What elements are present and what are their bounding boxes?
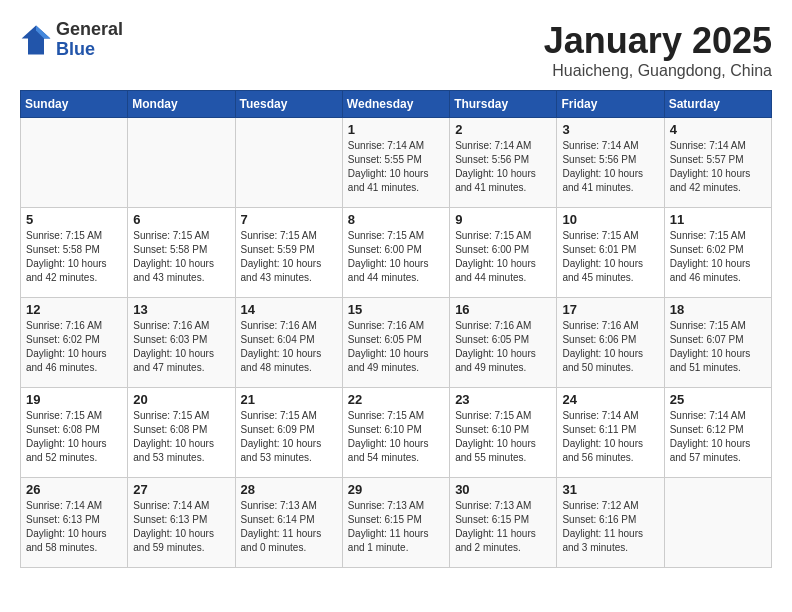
calendar-cell: 26Sunrise: 7:14 AMSunset: 6:13 PMDayligh… — [21, 478, 128, 568]
day-number: 29 — [348, 482, 444, 497]
day-number: 8 — [348, 212, 444, 227]
day-info: Sunrise: 7:15 AMSunset: 6:02 PMDaylight:… — [670, 229, 766, 285]
calendar-cell: 6Sunrise: 7:15 AMSunset: 5:58 PMDaylight… — [128, 208, 235, 298]
day-info: Sunrise: 7:13 AMSunset: 6:14 PMDaylight:… — [241, 499, 337, 555]
day-number: 13 — [133, 302, 229, 317]
calendar-cell: 29Sunrise: 7:13 AMSunset: 6:15 PMDayligh… — [342, 478, 449, 568]
page-header: General Blue January 2025 Huaicheng, Gua… — [20, 20, 772, 80]
weekday-header-friday: Friday — [557, 91, 664, 118]
day-number: 16 — [455, 302, 551, 317]
day-number: 10 — [562, 212, 658, 227]
calendar-cell: 8Sunrise: 7:15 AMSunset: 6:00 PMDaylight… — [342, 208, 449, 298]
day-number: 12 — [26, 302, 122, 317]
calendar-cell: 2Sunrise: 7:14 AMSunset: 5:56 PMDaylight… — [450, 118, 557, 208]
day-number: 28 — [241, 482, 337, 497]
day-info: Sunrise: 7:16 AMSunset: 6:06 PMDaylight:… — [562, 319, 658, 375]
month-title: January 2025 — [544, 20, 772, 62]
weekday-header-row: SundayMondayTuesdayWednesdayThursdayFrid… — [21, 91, 772, 118]
calendar-cell: 14Sunrise: 7:16 AMSunset: 6:04 PMDayligh… — [235, 298, 342, 388]
weekday-header-tuesday: Tuesday — [235, 91, 342, 118]
day-number: 30 — [455, 482, 551, 497]
calendar-cell: 13Sunrise: 7:16 AMSunset: 6:03 PMDayligh… — [128, 298, 235, 388]
day-info: Sunrise: 7:16 AMSunset: 6:05 PMDaylight:… — [455, 319, 551, 375]
day-number: 31 — [562, 482, 658, 497]
day-number: 1 — [348, 122, 444, 137]
day-info: Sunrise: 7:15 AMSunset: 5:58 PMDaylight:… — [133, 229, 229, 285]
calendar-cell: 18Sunrise: 7:15 AMSunset: 6:07 PMDayligh… — [664, 298, 771, 388]
calendar-cell: 1Sunrise: 7:14 AMSunset: 5:55 PMDaylight… — [342, 118, 449, 208]
day-info: Sunrise: 7:15 AMSunset: 6:09 PMDaylight:… — [241, 409, 337, 465]
day-info: Sunrise: 7:15 AMSunset: 5:58 PMDaylight:… — [26, 229, 122, 285]
logo-icon — [20, 24, 52, 56]
day-number: 2 — [455, 122, 551, 137]
calendar-cell — [128, 118, 235, 208]
day-number: 20 — [133, 392, 229, 407]
calendar-cell: 7Sunrise: 7:15 AMSunset: 5:59 PMDaylight… — [235, 208, 342, 298]
day-number: 6 — [133, 212, 229, 227]
day-number: 14 — [241, 302, 337, 317]
day-info: Sunrise: 7:15 AMSunset: 6:08 PMDaylight:… — [26, 409, 122, 465]
day-number: 4 — [670, 122, 766, 137]
day-info: Sunrise: 7:16 AMSunset: 6:02 PMDaylight:… — [26, 319, 122, 375]
calendar-cell — [664, 478, 771, 568]
calendar-cell: 27Sunrise: 7:14 AMSunset: 6:13 PMDayligh… — [128, 478, 235, 568]
day-info: Sunrise: 7:13 AMSunset: 6:15 PMDaylight:… — [455, 499, 551, 555]
weekday-header-monday: Monday — [128, 91, 235, 118]
day-number: 18 — [670, 302, 766, 317]
day-info: Sunrise: 7:16 AMSunset: 6:05 PMDaylight:… — [348, 319, 444, 375]
logo-blue-text: Blue — [56, 40, 123, 60]
calendar-cell: 21Sunrise: 7:15 AMSunset: 6:09 PMDayligh… — [235, 388, 342, 478]
day-number: 7 — [241, 212, 337, 227]
calendar-cell: 20Sunrise: 7:15 AMSunset: 6:08 PMDayligh… — [128, 388, 235, 478]
day-number: 19 — [26, 392, 122, 407]
calendar-cell: 4Sunrise: 7:14 AMSunset: 5:57 PMDaylight… — [664, 118, 771, 208]
logo-text: General Blue — [56, 20, 123, 60]
calendar-cell: 12Sunrise: 7:16 AMSunset: 6:02 PMDayligh… — [21, 298, 128, 388]
day-info: Sunrise: 7:16 AMSunset: 6:04 PMDaylight:… — [241, 319, 337, 375]
day-info: Sunrise: 7:15 AMSunset: 6:00 PMDaylight:… — [455, 229, 551, 285]
day-info: Sunrise: 7:14 AMSunset: 6:11 PMDaylight:… — [562, 409, 658, 465]
calendar-table: SundayMondayTuesdayWednesdayThursdayFrid… — [20, 90, 772, 568]
calendar-body: 1Sunrise: 7:14 AMSunset: 5:55 PMDaylight… — [21, 118, 772, 568]
day-number: 27 — [133, 482, 229, 497]
day-number: 3 — [562, 122, 658, 137]
logo-general-text: General — [56, 20, 123, 40]
day-info: Sunrise: 7:14 AMSunset: 5:57 PMDaylight:… — [670, 139, 766, 195]
calendar-cell: 5Sunrise: 7:15 AMSunset: 5:58 PMDaylight… — [21, 208, 128, 298]
day-number: 5 — [26, 212, 122, 227]
calendar-cell — [235, 118, 342, 208]
calendar-cell: 9Sunrise: 7:15 AMSunset: 6:00 PMDaylight… — [450, 208, 557, 298]
calendar-cell: 16Sunrise: 7:16 AMSunset: 6:05 PMDayligh… — [450, 298, 557, 388]
calendar-cell: 19Sunrise: 7:15 AMSunset: 6:08 PMDayligh… — [21, 388, 128, 478]
calendar-cell: 28Sunrise: 7:13 AMSunset: 6:14 PMDayligh… — [235, 478, 342, 568]
day-number: 25 — [670, 392, 766, 407]
calendar-cell: 3Sunrise: 7:14 AMSunset: 5:56 PMDaylight… — [557, 118, 664, 208]
day-info: Sunrise: 7:15 AMSunset: 6:07 PMDaylight:… — [670, 319, 766, 375]
calendar-cell: 10Sunrise: 7:15 AMSunset: 6:01 PMDayligh… — [557, 208, 664, 298]
calendar-cell: 24Sunrise: 7:14 AMSunset: 6:11 PMDayligh… — [557, 388, 664, 478]
logo: General Blue — [20, 20, 123, 60]
weekday-header-saturday: Saturday — [664, 91, 771, 118]
day-info: Sunrise: 7:14 AMSunset: 5:55 PMDaylight:… — [348, 139, 444, 195]
calendar-cell: 17Sunrise: 7:16 AMSunset: 6:06 PMDayligh… — [557, 298, 664, 388]
calendar-cell: 23Sunrise: 7:15 AMSunset: 6:10 PMDayligh… — [450, 388, 557, 478]
calendar-cell: 30Sunrise: 7:13 AMSunset: 6:15 PMDayligh… — [450, 478, 557, 568]
day-info: Sunrise: 7:16 AMSunset: 6:03 PMDaylight:… — [133, 319, 229, 375]
day-number: 11 — [670, 212, 766, 227]
day-info: Sunrise: 7:14 AMSunset: 6:12 PMDaylight:… — [670, 409, 766, 465]
day-info: Sunrise: 7:13 AMSunset: 6:15 PMDaylight:… — [348, 499, 444, 555]
day-number: 24 — [562, 392, 658, 407]
day-info: Sunrise: 7:15 AMSunset: 6:00 PMDaylight:… — [348, 229, 444, 285]
calendar-week-1: 1Sunrise: 7:14 AMSunset: 5:55 PMDaylight… — [21, 118, 772, 208]
day-number: 21 — [241, 392, 337, 407]
day-info: Sunrise: 7:15 AMSunset: 6:01 PMDaylight:… — [562, 229, 658, 285]
weekday-header-wednesday: Wednesday — [342, 91, 449, 118]
day-info: Sunrise: 7:15 AMSunset: 5:59 PMDaylight:… — [241, 229, 337, 285]
day-number: 23 — [455, 392, 551, 407]
day-number: 22 — [348, 392, 444, 407]
day-info: Sunrise: 7:14 AMSunset: 6:13 PMDaylight:… — [26, 499, 122, 555]
title-block: January 2025 Huaicheng, Guangdong, China — [544, 20, 772, 80]
calendar-week-5: 26Sunrise: 7:14 AMSunset: 6:13 PMDayligh… — [21, 478, 772, 568]
day-info: Sunrise: 7:14 AMSunset: 5:56 PMDaylight:… — [562, 139, 658, 195]
calendar-cell: 11Sunrise: 7:15 AMSunset: 6:02 PMDayligh… — [664, 208, 771, 298]
